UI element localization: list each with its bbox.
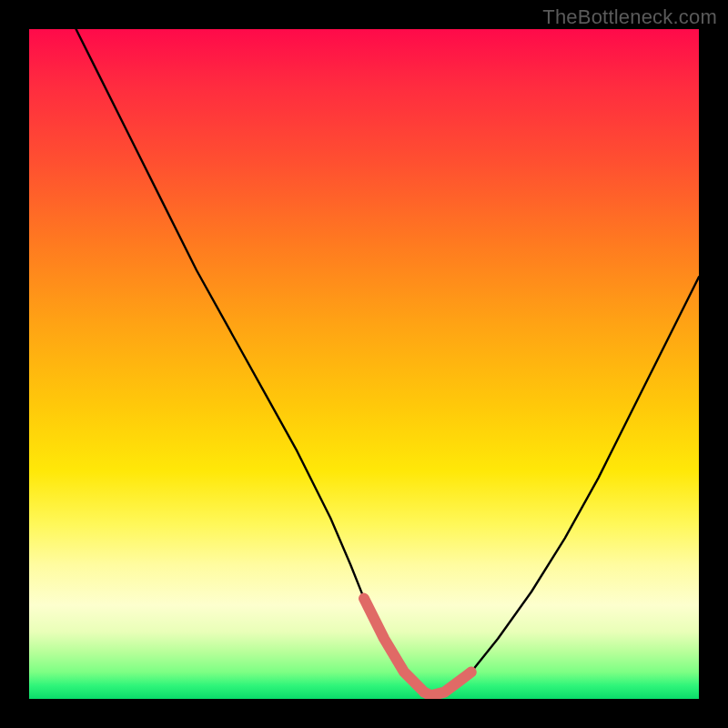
bottleneck-curve bbox=[76, 29, 699, 695]
valley-highlight bbox=[364, 599, 471, 696]
curve-layer bbox=[29, 29, 699, 699]
attribution-text: TheBottleneck.com bbox=[542, 5, 717, 29]
plot-area bbox=[29, 29, 699, 699]
chart-frame: TheBottleneck.com bbox=[0, 0, 728, 728]
